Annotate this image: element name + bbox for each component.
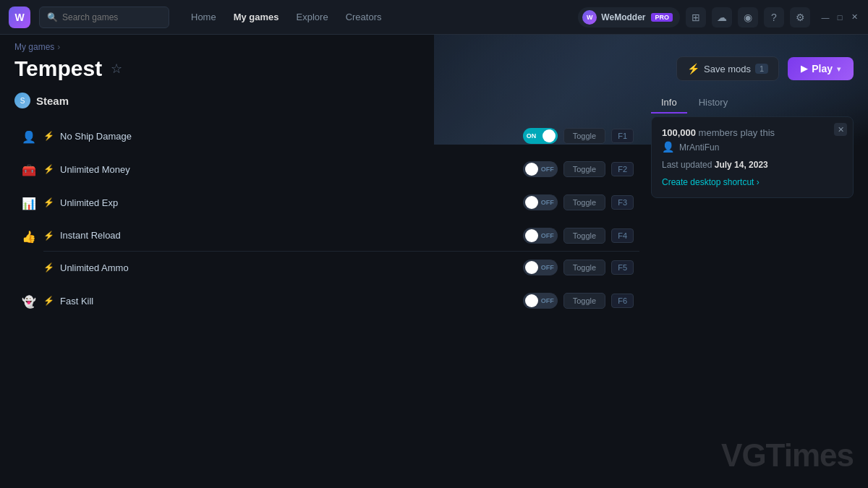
toggle-unlimited-money[interactable]: OFF: [523, 161, 558, 177]
user-badge[interactable]: W WeModder PRO: [578, 7, 680, 27]
help-icon-btn[interactable]: ?: [764, 7, 784, 27]
key-badge: F4: [611, 228, 634, 243]
lightning-icon: ⚡: [43, 164, 54, 174]
breadcrumb-my-games[interactable]: My games: [14, 42, 54, 52]
toggle-knob: [525, 261, 538, 274]
lightning-icon: ⚡: [43, 296, 54, 306]
info-card: ✕ 100,000 members play this 👤 MrAntiFun …: [651, 116, 854, 198]
grid-icon-btn[interactable]: ⊞: [686, 7, 706, 27]
play-label: Play: [812, 63, 833, 74]
members-text: 100,000 members play this: [662, 127, 843, 138]
toggle-label: OFF: [541, 232, 554, 239]
minimize-button[interactable]: —: [820, 12, 830, 22]
search-icon: 🔍: [47, 12, 58, 22]
nav-explore[interactable]: Explore: [289, 9, 336, 25]
mod-group-icon-5: 👻: [14, 285, 43, 317]
play-button[interactable]: ▶ Play ▾: [788, 57, 854, 80]
toggle-button[interactable]: Toggle: [563, 194, 605, 210]
breadcrumb: My games ›: [0, 35, 868, 56]
toggle-button[interactable]: Toggle: [563, 293, 605, 309]
toggle-no-ship-damage[interactable]: ON: [523, 128, 558, 144]
nav-home[interactable]: Home: [184, 9, 224, 25]
steam-header: S Steam: [14, 93, 639, 114]
nav-creators[interactable]: Creators: [339, 9, 389, 25]
toggle-label: ON: [527, 132, 537, 140]
create-shortcut-link[interactable]: Create desktop shortcut ›: [662, 177, 843, 187]
mod-items-2: ⚡ Unlimited Money OFF Toggle F2: [43, 153, 639, 185]
info-tabs: Info History: [651, 93, 854, 114]
mod-group-3: 📊 ⚡ Unlimited Exp OFF Toggle F3: [14, 187, 639, 218]
shortcut-link-label: Create desktop shortcut ›: [662, 177, 760, 187]
mod-name: Unlimited Exp: [60, 197, 517, 208]
creator-name: MrAntiFun: [679, 142, 719, 153]
lightning-icon: ⚡: [43, 231, 54, 241]
main-content: My games › Tempest ☆ ⚡ Save mods 1 ▶ Pla…: [0, 35, 868, 318]
mod-items-3: ⚡ Unlimited Exp OFF Toggle F3: [43, 187, 639, 218]
table-row: ⚡ No Ship Damage ON Toggle F1: [43, 120, 639, 152]
discord-icon-btn[interactable]: ◉: [738, 7, 758, 27]
save-mods-button[interactable]: ⚡ Save mods 1: [676, 56, 779, 81]
table-row: ⚡ Unlimited Money OFF Toggle F2: [43, 153, 639, 185]
mod-group-5: 👻 ⚡ Fast Kill OFF Toggle F6: [14, 285, 639, 317]
toggle-instant-reload[interactable]: OFF: [523, 228, 558, 244]
key-badge: F5: [611, 260, 634, 275]
mod-name-unlimited-ammo: Unlimited Ammo: [60, 262, 517, 273]
toggle-fast-kill[interactable]: OFF: [523, 293, 558, 309]
mod-items-4: ⚡ Instant Reload OFF Toggle F4 ⚡ Unlimit…: [43, 220, 639, 283]
mod-group-icon-4: 👍: [14, 220, 43, 283]
mod-group-icon-3: 📊: [14, 187, 43, 218]
maximize-button[interactable]: □: [835, 12, 845, 22]
mod-group-2: 🧰 ⚡ Unlimited Money OFF Toggle F2: [14, 153, 639, 185]
settings-icon-btn[interactable]: ⚙: [790, 7, 810, 27]
tab-history[interactable]: History: [689, 93, 738, 114]
cloud-icon-btn[interactable]: ☁: [712, 7, 732, 27]
close-button[interactable]: ✕: [849, 12, 859, 22]
table-row: ⚡ Instant Reload OFF Toggle F4: [43, 220, 639, 252]
key-badge: F6: [611, 294, 634, 308]
navbar: W 🔍 Home My games Explore Creators W WeM…: [0, 0, 868, 35]
vgtimes-watermark: VGTimes: [721, 437, 854, 474]
toggle-unlimited-exp[interactable]: OFF: [523, 194, 558, 210]
toggle-knob: [525, 294, 538, 307]
search-bar[interactable]: 🔍: [39, 7, 169, 28]
toggle-knob: [525, 229, 538, 242]
toggle-unlimited-ammo[interactable]: OFF: [523, 260, 558, 275]
mod-name: Unlimited Money: [60, 164, 517, 175]
nav-my-games[interactable]: My games: [226, 9, 286, 25]
toggle-button[interactable]: Toggle: [563, 128, 605, 144]
table-row: ⚡ Unlimited Exp OFF Toggle F3: [43, 187, 639, 218]
members-count: 100,000: [662, 127, 696, 138]
content-area: S Steam 👤 ⚡ No Ship Damage ON: [0, 93, 868, 318]
mod-group-1: 👤 ⚡ No Ship Damage ON Toggle F1: [14, 120, 639, 152]
mod-items-1: ⚡ No Ship Damage ON Toggle F1: [43, 120, 639, 152]
game-title: Tempest: [14, 56, 102, 81]
steam-icon: S: [14, 93, 30, 108]
creator-icon: 👤: [662, 141, 675, 154]
toggle-button[interactable]: Toggle: [563, 260, 605, 275]
user-avatar-icon: W: [582, 10, 597, 25]
members-suffix: members play this: [696, 127, 775, 138]
toggle-button[interactable]: Toggle: [563, 161, 605, 177]
toggle-label: OFF: [541, 264, 554, 271]
play-icon: ▶: [801, 64, 807, 74]
info-close-button[interactable]: ✕: [834, 123, 847, 136]
play-dropdown-icon[interactable]: ▾: [837, 65, 841, 73]
info-panel: Info History ✕ 100,000 members play this…: [651, 93, 854, 318]
updated-prefix: Last updated: [662, 160, 715, 170]
toggle-button[interactable]: Toggle: [563, 228, 605, 244]
updated-date: July 14, 2023: [715, 160, 768, 170]
search-input[interactable]: [62, 12, 161, 22]
app-logo[interactable]: W: [9, 7, 30, 28]
table-row: ⚡ Unlimited Ammo OFF Toggle F5: [43, 252, 639, 283]
creator-row: 👤 MrAntiFun: [662, 141, 843, 154]
breadcrumb-separator: ›: [57, 42, 60, 52]
mod-items-5: ⚡ Fast Kill OFF Toggle F6: [43, 285, 639, 317]
favorite-star-icon[interactable]: ☆: [111, 61, 122, 77]
nav-right: W WeModder PRO ⊞ ☁ ◉ ? ⚙ — □ ✕: [578, 7, 859, 27]
key-badge: F3: [611, 195, 634, 210]
toggle-knob: [525, 163, 538, 176]
mods-list: 👤 ⚡ No Ship Damage ON Toggle F1: [14, 120, 639, 317]
tab-info[interactable]: Info: [651, 93, 687, 114]
mod-name: Instant Reload: [60, 230, 517, 241]
lightning-icon: ⚡: [43, 262, 54, 273]
